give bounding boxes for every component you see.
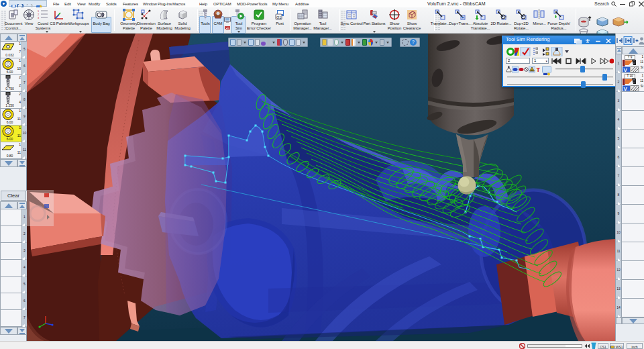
- svg-text:G1: G1: [276, 15, 281, 19]
- svg-text:V: V: [624, 86, 628, 92]
- svg-text:V: V: [624, 67, 628, 73]
- svg-text:T: T: [537, 66, 541, 73]
- svg-text:3: 3: [38, 16, 40, 19]
